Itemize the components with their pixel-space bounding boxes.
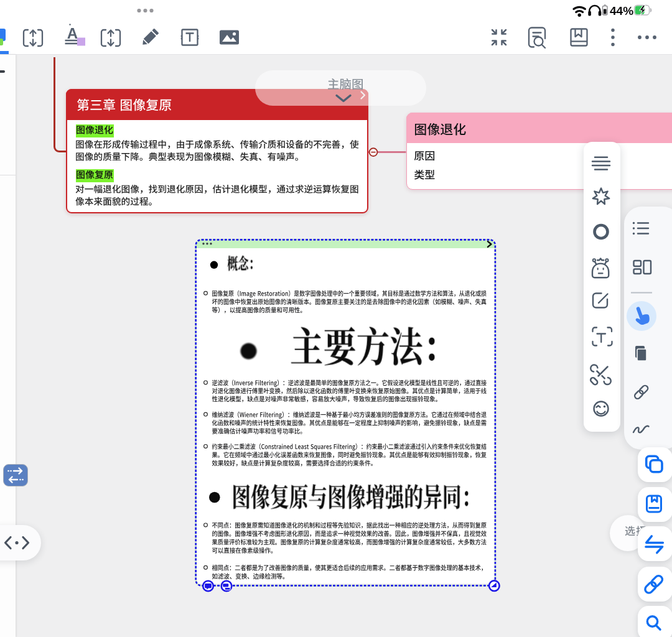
svg-text:A: A xyxy=(67,25,78,42)
svg-text:44%: 44% xyxy=(610,4,633,17)
